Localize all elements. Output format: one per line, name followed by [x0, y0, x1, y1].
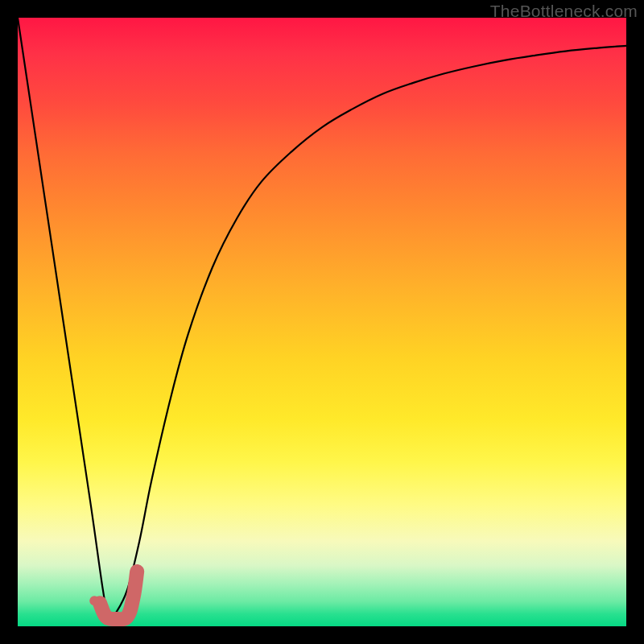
watermark-text: TheBottleneck.com [490, 2, 638, 21]
outer-black-frame: TheBottleneck.com [0, 0, 644, 644]
chart-svg [18, 18, 626, 626]
bottleneck-curve [18, 18, 626, 622]
plot-area [18, 18, 626, 626]
target-marker [100, 572, 137, 619]
target-dot [89, 596, 99, 605]
